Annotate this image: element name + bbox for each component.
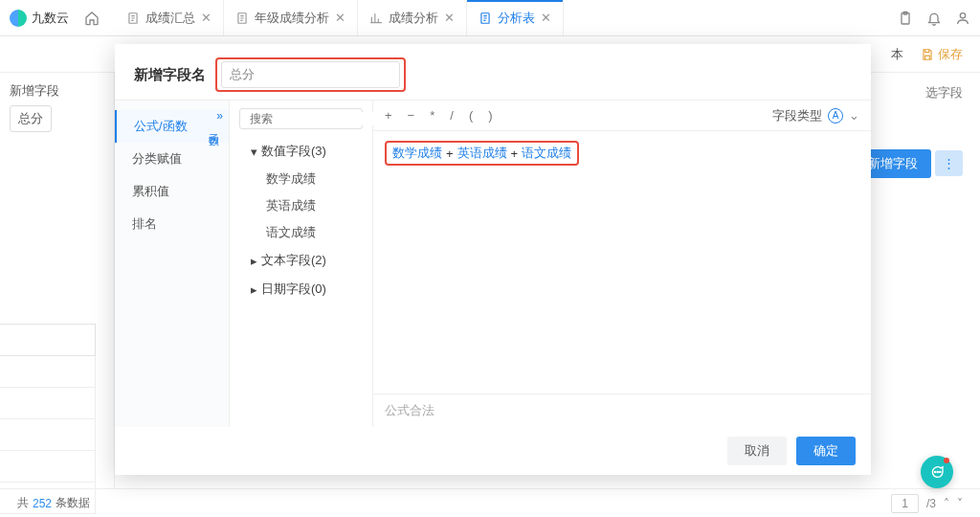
formula-field-chip[interactable]: 数学成绩 — [392, 145, 442, 162]
modal-title: 新增字段名 — [134, 66, 206, 84]
modal-overlay: 新增字段名 公式/函数 分类赋值 累积值 排名 » 函数 ▾数值字段(3) — [0, 0, 980, 517]
tree-group-date[interactable]: ▸日期字段(0) — [239, 275, 363, 303]
modal-sidebar: 公式/函数 分类赋值 累积值 排名 » 函数 — [115, 101, 230, 427]
modal-footer: 取消 确定 — [115, 427, 871, 475]
svg-point-7 — [934, 471, 935, 472]
formula-editor[interactable]: 数学成绩 + 英语成绩 + 语文成绩 — [373, 131, 871, 393]
formula-field-chip[interactable]: 英语成绩 — [457, 145, 507, 162]
modal-header: 新增字段名 — [115, 44, 871, 100]
chevron-down-icon: ⌄ — [849, 108, 859, 123]
search-field[interactable] — [250, 112, 393, 125]
search-input[interactable] — [239, 108, 363, 129]
op-div[interactable]: / — [450, 108, 454, 123]
svg-point-9 — [940, 471, 941, 472]
op-plus[interactable]: + — [385, 108, 392, 123]
op-lparen[interactable]: ( — [469, 108, 473, 123]
chat-icon — [929, 464, 945, 480]
tree-field-item[interactable]: 语文成绩 — [239, 219, 363, 246]
highlight-box: 数学成绩 + 英语成绩 + 语文成绩 — [385, 141, 579, 166]
field-tree-panel: ▾数值字段(3) 数学成绩 英语成绩 语文成绩 ▸文本字段(2) ▸日期字段(0… — [230, 101, 373, 427]
field-name-input[interactable] — [221, 61, 400, 88]
formula-field-chip[interactable]: 语文成绩 — [522, 145, 571, 162]
operator-bar: + − * / ( ) 字段类型 A ⌄ — [373, 101, 871, 131]
svg-point-8 — [937, 471, 938, 472]
formula-op: + — [511, 146, 519, 161]
op-rparen[interactable]: ) — [488, 108, 492, 123]
caret-right-icon: ▸ — [251, 254, 257, 268]
tree-field-item[interactable]: 英语成绩 — [239, 192, 363, 219]
modal-body: 公式/函数 分类赋值 累积值 排名 » 函数 ▾数值字段(3) 数学成绩 英语成… — [115, 100, 871, 427]
sidebar-item-classify[interactable]: 分类赋值 — [115, 143, 229, 175]
op-mul[interactable]: * — [430, 108, 434, 123]
formula-status: 公式合法 — [373, 393, 871, 427]
tree-group-numeric[interactable]: ▾数值字段(3) — [239, 137, 363, 166]
cancel-button[interactable]: 取消 — [727, 437, 787, 465]
help-fab[interactable] — [921, 456, 953, 488]
tree-field-item[interactable]: 数学成绩 — [239, 166, 363, 192]
sidebar-hint: 函数 — [207, 125, 221, 129]
field-type-selector[interactable]: 字段类型 A ⌄ — [772, 107, 859, 124]
confirm-button[interactable]: 确定 — [796, 437, 856, 465]
caret-right-icon: ▸ — [251, 282, 257, 297]
tree-group-text[interactable]: ▸文本字段(2) — [239, 246, 363, 275]
field-type-badge-icon: A — [828, 108, 843, 124]
collapse-icon[interactable]: » — [216, 110, 223, 122]
new-field-modal: 新增字段名 公式/函数 分类赋值 累积值 排名 » 函数 ▾数值字段(3) — [115, 44, 871, 475]
op-minus[interactable]: − — [408, 108, 415, 123]
caret-down-icon: ▾ — [251, 145, 257, 159]
highlight-box — [215, 57, 406, 92]
formula-panel: + − * / ( ) 字段类型 A ⌄ 数学成绩 — [373, 101, 871, 427]
sidebar-item-cumulative[interactable]: 累积值 — [115, 175, 229, 208]
formula-op: + — [446, 146, 454, 161]
sidebar-item-rank[interactable]: 排名 — [115, 208, 229, 240]
